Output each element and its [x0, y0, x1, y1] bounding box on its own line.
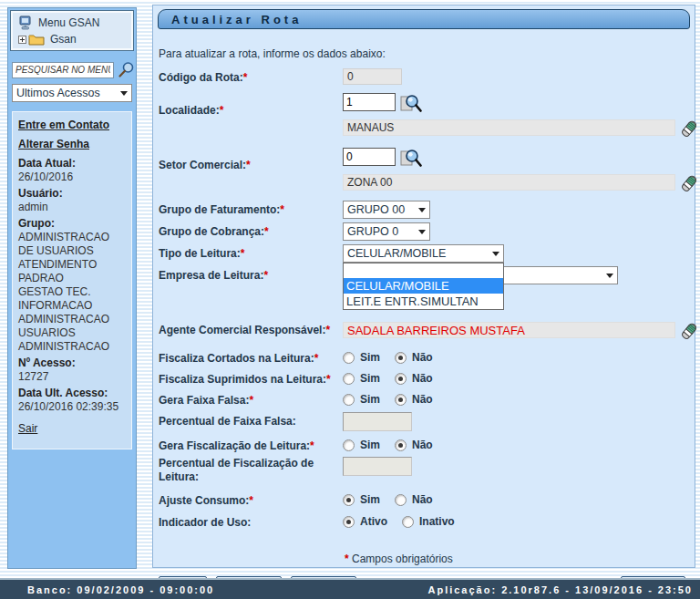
- commercial-sector-label: Setor Comercial:*: [159, 148, 343, 171]
- inspect-cut-yes-label: Sim: [360, 351, 380, 364]
- current-date-label: Data Atual:: [18, 157, 126, 170]
- reading-inspection-no-radio[interactable]: [395, 439, 407, 451]
- usage-indicator-inactive-label: Inativo: [419, 515, 455, 528]
- billing-group-select[interactable]: GRUPO 00: [343, 201, 430, 219]
- reading-type-label: Tipo de Leitura:*: [159, 244, 343, 260]
- agent-eraser-icon[interactable]: [680, 322, 699, 341]
- reading-type-value: CELULAR/MOBILE: [347, 247, 446, 260]
- locality-eraser-icon[interactable]: [680, 119, 699, 139]
- usage-indicator-active-label: Ativo: [360, 515, 387, 528]
- inspect-cut-yes-radio[interactable]: [343, 352, 355, 364]
- group-item: ADMINISTRACAO USUARIOS: [18, 313, 126, 340]
- dropdown-option-blank[interactable]: [344, 263, 503, 278]
- user-label: Usuário:: [18, 187, 126, 201]
- status-bar: Banco: 09/02/2009 - 09:00:00 Aplicação: …: [0, 578, 700, 599]
- locality-code-input[interactable]: [343, 93, 396, 111]
- inspect-suppressed-yes-radio[interactable]: [343, 373, 355, 385]
- menu-tree-item-gsan[interactable]: Gsan: [18, 32, 128, 46]
- group-label: Grupo:: [18, 217, 126, 231]
- menu-tree-box: Menu GSAN Gsan: [10, 10, 134, 51]
- consumption-adjustment-yes-radio[interactable]: [343, 494, 355, 506]
- last-access-value: 26/10/2016 02:39:35: [18, 400, 126, 414]
- logout-link[interactable]: Sair: [18, 422, 126, 436]
- menu-tree-item-label: Gsan: [50, 32, 77, 46]
- computer-icon: [18, 15, 33, 30]
- folder-icon: [28, 33, 45, 46]
- menu-root[interactable]: Menu GSAN: [18, 15, 128, 30]
- sector-eraser-icon[interactable]: [680, 174, 699, 193]
- user-info-box: Entre em Contato Alterar Senha Data Atua…: [12, 111, 132, 449]
- page-title: Atualizar Rota: [158, 9, 690, 29]
- app-version-status: Aplicação: 2.10r87.6 - 13/09/2016 - 23:5…: [427, 584, 693, 595]
- inspect-suppressed-yes-label: Sim: [360, 372, 380, 385]
- false-range-yes-label: Sim: [360, 393, 380, 406]
- recent-accesses-value: Ultimos Acessos: [16, 87, 100, 99]
- usage-indicator-active-radio[interactable]: [343, 516, 355, 528]
- sector-name-value: ZONA 00: [343, 174, 675, 191]
- responsible-agent-value: SADALA BARREIROS MUSTAFA: [343, 322, 675, 338]
- search-icon[interactable]: [117, 61, 135, 78]
- inspect-cut-no-radio[interactable]: [395, 352, 407, 364]
- access-number-value: 12727: [18, 370, 126, 384]
- change-password-link[interactable]: Alterar Senha: [18, 138, 126, 151]
- responsible-agent-label: Agente Comercial Responsável:*: [159, 317, 343, 336]
- generate-reading-inspection-label: Gera Fiscalização de Leitura:*: [159, 437, 343, 452]
- current-date-value: 26/10/2016: [18, 170, 126, 184]
- dropdown-option-leit-entr-simultan[interactable]: LEIT.E ENTR.SIMULTAN: [344, 294, 503, 309]
- contact-link[interactable]: Entre em Contato: [18, 119, 126, 132]
- chevron-down-icon: [120, 91, 128, 96]
- menu-search-input[interactable]: [12, 62, 114, 78]
- dropdown-option-celular-mobile[interactable]: CELULAR/MOBILE: [344, 278, 503, 294]
- consumption-adjustment-no-label: Não: [412, 493, 433, 506]
- chevron-down-icon: [492, 252, 499, 256]
- db-date-status: Banco: 09/02/2009 - 09:00:00: [27, 584, 214, 595]
- sector-code-input[interactable]: [343, 148, 396, 166]
- form-intro-text: Para atualizar a rota, informe os dados …: [159, 47, 687, 60]
- locality-label: Localidade:*: [159, 93, 343, 117]
- inspect-suppressed-no-label: Não: [412, 372, 433, 385]
- consumption-adjustment-no-radio[interactable]: [395, 494, 407, 506]
- reading-inspection-no-label: Não: [412, 439, 433, 451]
- generate-false-range-label: Gera Faixa Falsa:*: [159, 391, 343, 407]
- reading-type-dropdown: CELULAR/MOBILE LEIT.E ENTR.SIMULTAN: [343, 263, 504, 310]
- inspect-cut-no-label: Não: [412, 351, 433, 364]
- reading-inspection-percent-label: Percentual de Fiscalização de Leitura:: [159, 457, 343, 484]
- access-number-label: Nº Acesso:: [18, 356, 126, 370]
- reading-type-select[interactable]: CELULAR/MOBILE: [343, 244, 504, 263]
- reading-inspection-percent-input: [343, 457, 412, 476]
- false-range-percent-input: [343, 412, 412, 431]
- tree-expand-plus-icon[interactable]: [18, 36, 26, 44]
- collection-group-value: GRUPO 0: [347, 225, 398, 238]
- chevron-down-icon: [606, 274, 613, 278]
- sidebar: Menu GSAN Gsan: [7, 7, 137, 569]
- usage-indicator-label: Indicador de Uso:: [159, 513, 343, 529]
- usage-indicator-inactive-radio[interactable]: [402, 516, 414, 528]
- locality-name-value: MANAUS: [343, 119, 675, 136]
- reading-inspection-yes-radio[interactable]: [343, 439, 355, 451]
- required-fields-note: * Campos obrigatórios: [159, 553, 687, 565]
- collection-group-label: Grupo de Cobrança:*: [159, 222, 343, 238]
- chevron-down-icon: [418, 230, 426, 234]
- false-range-yes-radio[interactable]: [343, 394, 355, 406]
- false-range-no-radio[interactable]: [395, 394, 407, 406]
- false-range-no-label: Não: [412, 393, 433, 406]
- locality-lookup-icon[interactable]: [399, 93, 422, 114]
- consumption-adjustment-label: Ajuste Consumo:*: [159, 491, 343, 507]
- menu-root-label: Menu GSAN: [38, 15, 99, 30]
- billing-group-value: GRUPO 00: [347, 203, 405, 216]
- sector-lookup-icon[interactable]: [399, 148, 422, 169]
- update-route-form: Para atualizar a rota, informe os dados …: [153, 29, 695, 595]
- reading-inspection-yes-label: Sim: [360, 439, 380, 451]
- group-item: ADMINISTRACAO DE USUARIOS: [18, 231, 126, 258]
- inspect-suppressed-label: Fiscaliza Suprimidos na Leitura:*: [159, 370, 343, 386]
- route-code-label: Código da Rota:*: [159, 68, 343, 84]
- last-access-label: Data Ult. Acesso:: [18, 387, 126, 400]
- collection-group-select[interactable]: GRUPO 0: [343, 222, 430, 241]
- recent-accesses-select[interactable]: Ultimos Acessos: [12, 84, 132, 102]
- false-range-percent-label: Percentual de Faixa Falsa:: [159, 412, 343, 428]
- group-item: ADMINISTRACAO: [18, 340, 126, 354]
- chevron-down-icon: [418, 208, 426, 212]
- consumption-adjustment-yes-label: Sim: [360, 493, 380, 506]
- user-value: admin: [18, 201, 126, 214]
- inspect-suppressed-no-radio[interactable]: [395, 373, 407, 385]
